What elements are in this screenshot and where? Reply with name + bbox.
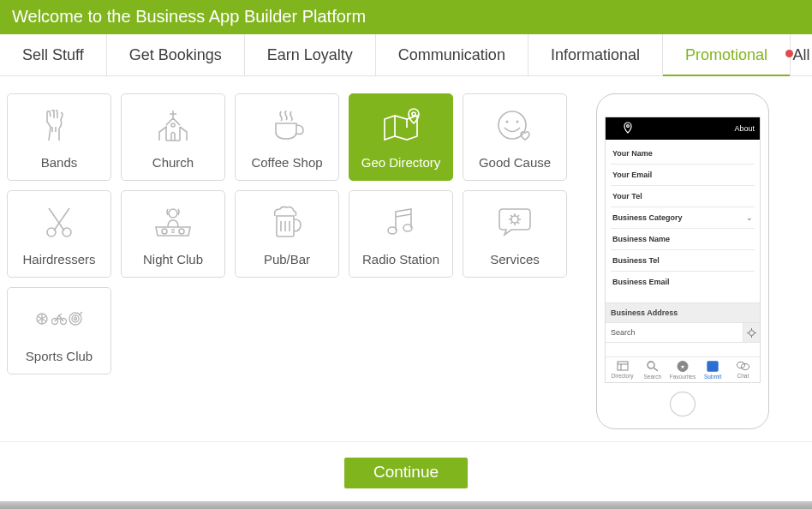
locate-icon[interactable]: [743, 323, 760, 342]
tab-earn-loyalty[interactable]: Earn Loyalty: [245, 34, 376, 75]
form-row-your-email[interactable]: Your Email: [611, 165, 755, 186]
map-pin-icon: [353, 103, 449, 147]
tab-promotional[interactable]: Promotional: [663, 34, 791, 75]
svg-point-0: [499, 111, 526, 139]
svg-point-7: [179, 229, 184, 234]
phone-search-input[interactable]: Search: [606, 323, 743, 342]
svg-point-18: [749, 330, 755, 335]
phone-preview: About Your Name Your Email Your Tel Busi…: [596, 93, 776, 429]
tile-label: Bands: [41, 155, 78, 170]
svg-rect-19: [618, 362, 628, 370]
phone-topbar: About: [606, 117, 760, 140]
tile-sports-club[interactable]: Sports Club: [7, 287, 111, 374]
nav-directory[interactable]: Directory: [607, 361, 637, 380]
form-row-business-email[interactable]: Business Email: [611, 272, 755, 292]
continue-button[interactable]: Continue: [344, 458, 468, 488]
tile-hairdressers[interactable]: Hairdressers: [7, 190, 111, 278]
tile-radio-station[interactable]: Radio Station: [349, 190, 453, 278]
svg-point-17: [627, 125, 630, 128]
svg-point-16: [75, 317, 77, 320]
svg-point-24: [741, 363, 749, 369]
phone-screen: About Your Name Your Email Your Tel Busi…: [605, 117, 761, 383]
svg-point-5: [169, 209, 177, 218]
form-row-business-tel[interactable]: Business Tel: [611, 250, 755, 272]
tab-sell-stuff[interactable]: Sell Stuff: [0, 34, 107, 75]
phone-section-header: Business Address: [606, 302, 760, 323]
tile-geo-directory[interactable]: Geo Directory: [349, 93, 453, 181]
content-area: Bands Church Coffee Shop: [0, 76, 812, 429]
phone-bottom-nav: Directory Search Favourites Submit: [606, 356, 760, 382]
tile-services[interactable]: Services: [463, 190, 567, 278]
chat-gear-icon: [467, 200, 563, 243]
svg-point-1: [506, 120, 509, 123]
svg-point-15: [72, 315, 79, 322]
form-row-your-name[interactable]: Your Name: [611, 143, 755, 165]
nav-search[interactable]: Search: [637, 361, 667, 380]
tile-night-club[interactable]: Night Club: [121, 190, 225, 278]
map-pin-icon: [623, 122, 633, 135]
svg-point-10: [511, 216, 518, 223]
tab-get-bookings[interactable]: Get Bookings: [107, 34, 245, 75]
nav-tabs: Sell Stuff Get Bookings Earn Loyalty Com…: [0, 34, 812, 76]
tile-label: Night Club: [143, 252, 203, 266]
music-note-icon: [353, 200, 449, 243]
tab-informational[interactable]: Informational: [528, 34, 663, 75]
beer-icon: [239, 200, 335, 243]
phone-search-row[interactable]: Search: [606, 323, 760, 343]
tile-good-cause[interactable]: Good Cause: [463, 93, 567, 181]
svg-point-23: [737, 362, 744, 368]
tab-all[interactable]: All: [791, 34, 812, 75]
tile-pub-bar[interactable]: Pub/Bar: [235, 190, 339, 278]
bottom-shadow: [0, 501, 812, 509]
tile-label: Good Cause: [479, 155, 551, 170]
svg-point-3: [47, 228, 56, 237]
tile-label: Sports Club: [26, 349, 93, 363]
tile-coffee-shop[interactable]: Coffee Shop: [235, 93, 339, 181]
tile-church[interactable]: Church: [121, 93, 225, 181]
tab-communication[interactable]: Communication: [376, 34, 528, 75]
notification-dot-icon: [785, 50, 793, 57]
chevron-down-icon: ⌄: [746, 213, 753, 222]
form-row-your-tel[interactable]: Your Tel: [611, 186, 755, 207]
form-row-business-name[interactable]: Business Name: [611, 229, 755, 250]
form-row-business-category[interactable]: Business Category ⌄: [611, 207, 755, 229]
scissors-icon: [11, 200, 107, 243]
tile-label: Church: [152, 155, 194, 170]
phone-about-link[interactable]: About: [734, 124, 760, 133]
tile-label: Services: [490, 252, 540, 266]
nav-favourites[interactable]: Favourites: [667, 361, 697, 380]
tile-bands[interactable]: Bands: [7, 93, 111, 181]
nav-chat[interactable]: Chat: [728, 361, 758, 380]
tile-label: Coffee Shop: [251, 155, 322, 170]
footer-bar: Continue: [0, 441, 812, 488]
svg-point-6: [162, 229, 167, 234]
sports-icon: [11, 296, 107, 340]
tile-label: Hairdressers: [22, 252, 95, 266]
tile-label: Radio Station: [362, 252, 439, 266]
phone-home-button[interactable]: [670, 392, 696, 416]
svg-point-4: [63, 228, 71, 237]
phone-frame: About Your Name Your Email Your Tel Busi…: [596, 93, 769, 429]
dj-icon: [125, 200, 221, 243]
phone-form: Your Name Your Email Your Tel Business C…: [606, 140, 760, 292]
title-bar: Welcome to the Business App Builder Plat…: [0, 0, 812, 34]
tile-label: Geo Directory: [361, 155, 441, 170]
svg-point-20: [648, 362, 654, 368]
title-text: Welcome to the Business App Builder Plat…: [12, 7, 366, 27]
svg-point-2: [516, 120, 519, 123]
nav-submit[interactable]: Submit: [698, 361, 728, 380]
bands-icon: [11, 103, 107, 147]
smile-heart-icon: [467, 103, 563, 147]
category-tile-grid: Bands Church Coffee Shop: [7, 93, 567, 429]
coffee-icon: [239, 103, 335, 147]
church-icon: [125, 103, 221, 147]
tile-label: Pub/Bar: [264, 252, 310, 266]
